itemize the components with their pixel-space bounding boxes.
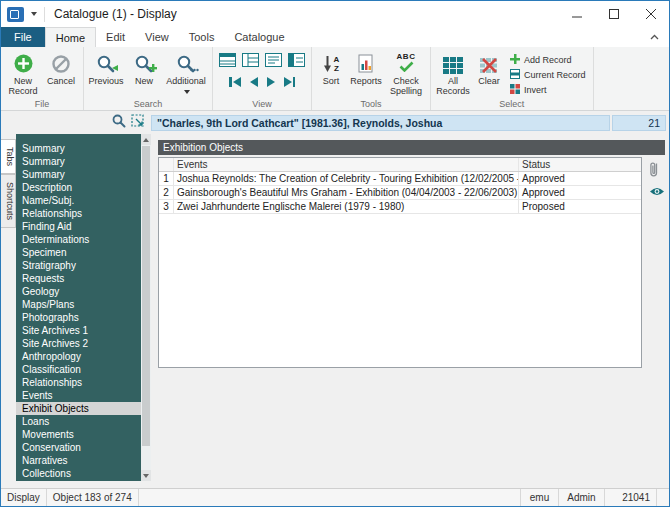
- maximize-button[interactable]: [595, 1, 632, 27]
- group-label-search: Search: [84, 98, 212, 110]
- tab-item-photographs[interactable]: Photographs: [16, 311, 141, 324]
- sort-button[interactable]: AZ Sort: [315, 49, 347, 86]
- tab-item-finding-aid[interactable]: Finding Aid: [16, 220, 141, 233]
- event-cell[interactable]: Zwei Jahrhunderte Englische Malerei (197…: [174, 200, 519, 213]
- table-row[interactable]: 2 Gainsborough's Beautiful Mrs Graham - …: [159, 186, 641, 200]
- all-records-button[interactable]: All Records: [434, 49, 472, 96]
- side-tab-tabs[interactable]: Tabs: [1, 139, 16, 174]
- first-record-button[interactable]: [229, 77, 241, 87]
- new-record-button[interactable]: New Record: [4, 49, 42, 96]
- reports-button[interactable]: Reports: [347, 49, 385, 86]
- row-number: 3: [159, 200, 174, 213]
- tab-view[interactable]: View: [135, 27, 179, 47]
- event-cell[interactable]: Gainsborough's Beautiful Mrs Graham - Ex…: [174, 186, 519, 199]
- tab-catalogue[interactable]: Catalogue: [224, 27, 294, 47]
- add-record-select-button[interactable]: Add Record: [510, 53, 586, 66]
- table-row[interactable]: 1 Joshua Reynolds: The Creation of Celeb…: [159, 172, 641, 186]
- previous-record-button[interactable]: [250, 77, 258, 87]
- ribbon: New Record Cancel File Previous: [1, 47, 669, 111]
- tab-item-relationships-2[interactable]: Relationships: [16, 376, 141, 389]
- tab-item-narratives[interactable]: Narratives: [16, 454, 141, 467]
- status-mode: Display: [1, 489, 47, 506]
- tab-item-summary-2[interactable]: Summary: [16, 155, 141, 168]
- tab-item-loans[interactable]: Loans: [16, 415, 141, 428]
- tab-item-conservation[interactable]: Conservation: [16, 441, 141, 454]
- tab-item-collections[interactable]: Collections: [16, 467, 141, 480]
- view-page-button[interactable]: [265, 53, 282, 71]
- current-record-icon: [510, 69, 520, 81]
- tab-item-maps-plans[interactable]: Maps/Plans: [16, 298, 141, 311]
- search-previous-icon: [96, 51, 116, 74]
- table-row[interactable]: 3 Zwei Jahrhunderte Englische Malerei (1…: [159, 200, 641, 214]
- invert-select-label: Invert: [524, 85, 547, 95]
- tab-item-stratigraphy[interactable]: Stratigraphy: [16, 259, 141, 272]
- scrollbar-thumb[interactable]: [142, 146, 150, 446]
- tab-item-summary-1[interactable]: Summary: [16, 142, 141, 155]
- status-column-header[interactable]: Status: [519, 158, 641, 171]
- tab-tools[interactable]: Tools: [179, 27, 225, 47]
- scroll-down-icon[interactable]: [141, 470, 151, 481]
- reports-label: Reports: [350, 76, 382, 86]
- additional-dropdown-caret-icon: [184, 90, 190, 94]
- tab-item-anthropology[interactable]: Anthropology: [16, 350, 141, 363]
- tab-item-geology[interactable]: Geology: [16, 285, 141, 298]
- cancel-button[interactable]: Cancel: [42, 49, 80, 86]
- quick-access-caret-icon[interactable]: [31, 12, 37, 16]
- side-tab-shortcuts[interactable]: Shortcuts: [1, 174, 16, 228]
- select-region-icon[interactable]: [131, 114, 145, 132]
- row-number-header: [159, 158, 174, 171]
- invert-select-button[interactable]: Invert: [510, 83, 586, 96]
- check-spelling-button[interactable]: ABC Check Spelling: [385, 49, 427, 96]
- event-cell[interactable]: Joshua Reynolds: The Creation of Celebri…: [174, 172, 519, 185]
- new-record-icon: [13, 51, 34, 74]
- additional-search-button[interactable]: Additional: [163, 49, 209, 96]
- app-icon[interactable]: [7, 7, 24, 22]
- record-row: "Charles, 9th Lord Cathcart" [1981.36], …: [1, 111, 669, 134]
- check-spelling-label: Check Spelling: [385, 76, 427, 96]
- add-record-icon: [510, 54, 520, 66]
- clear-select-icon: [480, 51, 499, 74]
- status-cell[interactable]: Approved: [519, 186, 641, 199]
- attachment-icon[interactable]: [648, 160, 660, 182]
- view-contact-button[interactable]: [242, 53, 259, 71]
- tab-file[interactable]: File: [1, 27, 45, 47]
- minimize-button[interactable]: [558, 1, 595, 27]
- tab-list-scrollbar[interactable]: [141, 134, 151, 481]
- sort-label: Sort: [323, 76, 340, 86]
- previous-search-label: Previous: [88, 76, 123, 86]
- status-cell[interactable]: Proposed: [519, 200, 641, 213]
- events-column-header[interactable]: Events: [174, 158, 519, 171]
- tab-home[interactable]: Home: [45, 27, 96, 47]
- new-search-button[interactable]: New: [125, 49, 163, 86]
- clear-select-button[interactable]: Clear: [472, 49, 506, 86]
- all-records-icon: [443, 51, 463, 74]
- tab-item-classification[interactable]: Classification: [16, 363, 141, 376]
- current-record-select-button[interactable]: Current Record: [510, 68, 586, 81]
- tab-item-description[interactable]: Description: [16, 181, 141, 194]
- view-attachment-eye-icon[interactable]: [649, 183, 665, 201]
- tab-edit[interactable]: Edit: [96, 27, 135, 47]
- last-record-button[interactable]: [284, 77, 296, 87]
- collapse-ribbon-icon[interactable]: [650, 27, 659, 47]
- tab-item-exhibit-objects[interactable]: Exhibit Objects: [16, 402, 141, 415]
- next-record-button[interactable]: [267, 77, 275, 87]
- search-record-icon[interactable]: [112, 114, 126, 132]
- tab-item-summary-3[interactable]: Summary: [16, 168, 141, 181]
- tab-item-specimen[interactable]: Specimen: [16, 246, 141, 259]
- tab-item-requests[interactable]: Requests: [16, 272, 141, 285]
- tab-item-determinations[interactable]: Determinations: [16, 233, 141, 246]
- tab-item-site-archives-2[interactable]: Site Archives 2: [16, 337, 141, 350]
- previous-search-button[interactable]: Previous: [87, 49, 125, 86]
- scroll-up-icon[interactable]: [141, 134, 151, 145]
- tab-item-relationships-1[interactable]: Relationships: [16, 207, 141, 220]
- close-button[interactable]: [632, 1, 669, 27]
- status-bar: Display Object 183 of 274 emu Admin 2104…: [1, 488, 669, 506]
- view-details-button[interactable]: [288, 53, 305, 71]
- status-cell[interactable]: Approved: [519, 172, 641, 185]
- tab-item-site-archives-1[interactable]: Site Archives 1: [16, 324, 141, 337]
- exhibition-table[interactable]: Events Status 1 Joshua Reynolds: The Cre…: [158, 157, 642, 368]
- tab-item-movements[interactable]: Movements: [16, 428, 141, 441]
- tab-item-events[interactable]: Events: [16, 389, 141, 402]
- view-list-button[interactable]: [219, 53, 236, 71]
- tab-item-name-subj[interactable]: Name/Subj.: [16, 194, 141, 207]
